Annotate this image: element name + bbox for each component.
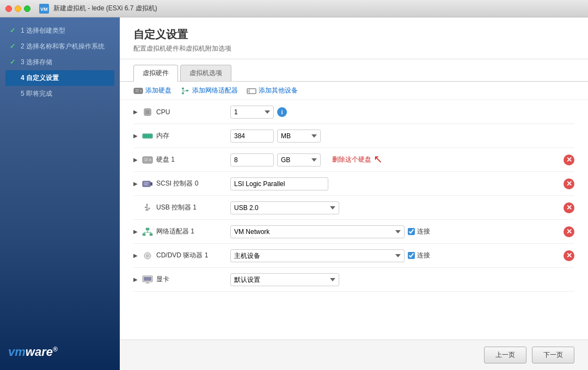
tab-vm-options[interactable]: 虚拟机选项 [180, 65, 231, 81]
maximize-button[interactable] [24, 5, 30, 12]
svg-rect-8 [186, 90, 188, 91]
sidebar-step-2: ✓2 选择名称和客户机操作系统 [5, 39, 114, 54]
hw-icon-scsi0 [142, 180, 153, 188]
network1-checkbox[interactable] [408, 228, 415, 235]
svg-rect-54 [146, 282, 149, 283]
titlebar-title: 新建虚拟机 - lede (ESXi 6.7 虚拟机) [53, 4, 157, 13]
hw-row-cpu: ▶ CPU 1248 i [133, 100, 574, 124]
titlebar-vmware-icon: VM [39, 4, 49, 14]
content-header: 自定义设置 配置虚拟机硬件和虚拟机附加选项 [120, 17, 588, 59]
footer: 上一页 下一页 [120, 340, 588, 370]
hw-controls-usb1: USB 2.0USB 3.0 [230, 201, 559, 214]
page-title: 自定义设置 [133, 27, 574, 42]
network1-select[interactable]: VM NetworkManagement Network [230, 225, 405, 238]
hw-controls-cpu: 1248 i [230, 106, 559, 119]
add-network-button[interactable]: 添加网络适配器 [180, 86, 238, 95]
network1-checkbox-label[interactable]: 连接 [408, 227, 430, 236]
cddvd1-checkbox-text: 连接 [417, 251, 430, 260]
step-label: 3 选择存储 [21, 58, 52, 67]
network1-checkbox-text: 连接 [417, 227, 430, 236]
sidebar-step-5: 5 即将完成 [5, 86, 114, 102]
add-disk-icon [133, 87, 143, 95]
add-other-button[interactable]: 添加其他设备 [247, 86, 298, 95]
memory-input[interactable] [230, 130, 274, 143]
delete-annotation: 删除这个硬盘 ↙ [332, 153, 383, 166]
expand-arrow-cpu[interactable]: ▶ [133, 109, 139, 115]
sidebar-step-4: 4 自定义设置 [5, 70, 114, 86]
cddvd1-checkbox[interactable] [408, 252, 415, 259]
hw-controls-network1: VM NetworkManagement Network 连接 [230, 225, 559, 238]
usb1-select[interactable]: USB 2.0USB 3.0 [230, 201, 339, 214]
hw-icon-display [142, 275, 153, 284]
expand-arrow-scsi0[interactable]: ▶ [133, 181, 139, 187]
toolbar: 添加硬盘 添加网络适配器 添加其他设备 [120, 82, 588, 100]
scsi0-input[interactable] [230, 177, 328, 190]
remove-btn-harddisk1[interactable]: ✕ [564, 155, 574, 165]
prev-button[interactable]: 上一页 [484, 347, 526, 363]
svg-rect-15 [145, 110, 150, 114]
remove-btn-network1[interactable]: ✕ [564, 226, 574, 237]
svg-rect-7 [182, 92, 184, 94]
remove-btn-scsi0[interactable]: ✕ [564, 178, 574, 189]
delete-annotation-arrow: ↙ [373, 153, 383, 166]
svg-point-51 [147, 255, 148, 256]
next-button[interactable]: 下一页 [532, 347, 574, 363]
expand-arrow-cddvd1[interactable]: ▶ [133, 252, 139, 258]
hw-label-text-cpu: CPU [156, 108, 170, 116]
check-icon: ✓ [10, 58, 17, 66]
svg-rect-35 [143, 181, 150, 187]
remove-btn-usb1[interactable]: ✕ [564, 202, 574, 213]
hw-controls-display: 默认设置 [230, 273, 559, 286]
hw-label-text-network1: 网络适配器 1 [156, 227, 194, 236]
hw-label-text-harddisk1: 硬盘 1 [156, 155, 175, 164]
step-label: 5 即将完成 [21, 89, 52, 98]
ware-text: ware® [26, 345, 58, 359]
hw-label-harddisk1: ▶ 硬盘 1 [133, 155, 226, 164]
svg-rect-6 [182, 88, 184, 89]
hw-label-cddvd1: ▶ CD/DVD 驱动器 1 [133, 251, 226, 260]
hw-row-display: ▶ 显卡 默认设置 [133, 268, 574, 292]
cpu-count-select[interactable]: 1248 [230, 106, 274, 119]
cddvd1-checkbox-label[interactable]: 连接 [408, 251, 430, 260]
hw-controls-cddvd1: 主机设备数据存储 ISO 文件 连接 [230, 249, 559, 262]
expand-arrow-display[interactable]: ▶ [133, 276, 139, 282]
hw-label-text-usb1: USB 控制器 1 [156, 203, 197, 212]
close-button[interactable] [5, 5, 12, 12]
expand-arrow-network1[interactable]: ▶ [133, 229, 139, 235]
check-icon: ✓ [10, 26, 17, 34]
svg-text:VM: VM [40, 7, 48, 12]
svg-point-39 [146, 203, 148, 205]
svg-rect-55 [145, 283, 150, 283]
remove-btn-cddvd1[interactable]: ✕ [564, 250, 574, 261]
harddisk1-unit-select[interactable]: GBTB [277, 153, 321, 166]
svg-rect-43 [143, 233, 145, 236]
add-network-icon [180, 87, 190, 95]
titlebar: VM 新建虚拟机 - lede (ESXi 6.7 虚拟机) [0, 0, 588, 17]
add-other-label: 添加其他设备 [259, 86, 298, 95]
svg-rect-30 [150, 135, 151, 137]
cddvd1-select[interactable]: 主机设备数据存储 ISO 文件 [230, 249, 405, 262]
hardware-table: ▶ CPU 1248 i ▶ 内存 MBGB ▶ [120, 100, 588, 340]
hw-controls-memory: MBGB [230, 130, 559, 143]
hw-icon-usb1 [142, 203, 153, 212]
hw-row-network1: ▶ 网络适配器 1 VM NetworkManagement Network 连… [133, 220, 574, 244]
harddisk1-input[interactable] [230, 153, 274, 166]
step-label: 4 自定义设置 [21, 73, 59, 83]
memory-unit-select[interactable]: MBGB [277, 130, 321, 143]
expand-arrow-harddisk1[interactable]: ▶ [133, 157, 139, 163]
hw-label-scsi0: ▶ SCSI 控制器 0 [133, 179, 226, 188]
add-network-label: 添加网络适配器 [192, 86, 238, 95]
main-container: ✓1 选择创建类型✓2 选择名称和客户机操作系统✓3 选择存储 4 自定义设置 … [0, 17, 588, 370]
hw-label-memory: ▶ 内存 [133, 131, 226, 140]
minimize-button[interactable] [15, 5, 21, 12]
tab-virtual-hardware[interactable]: 虚拟硬件 [133, 65, 178, 82]
add-disk-button[interactable]: 添加硬盘 [133, 86, 171, 95]
hw-icon-memory [142, 132, 153, 140]
expand-arrow-memory[interactable]: ▶ [133, 133, 139, 139]
tabs: 虚拟硬件 虚拟机选项 [120, 59, 588, 82]
info-icon-cpu[interactable]: i [277, 107, 287, 117]
hw-label-display: ▶ 显卡 [133, 275, 226, 284]
hw-label-network1: ▶ 网络适配器 1 [133, 227, 226, 236]
display-select[interactable]: 默认设置 [230, 273, 339, 286]
sidebar-step-3: ✓3 选择存储 [5, 54, 114, 70]
